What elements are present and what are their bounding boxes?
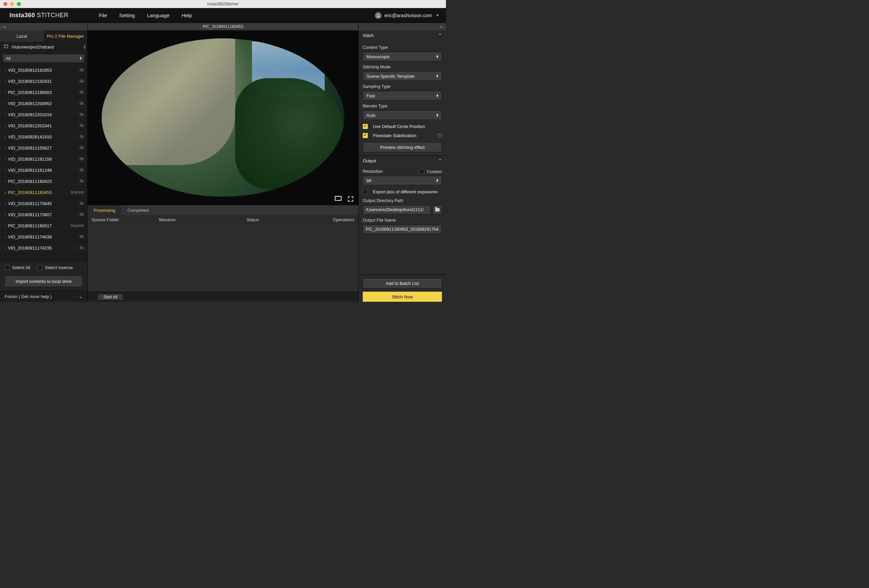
forum-link[interactable]: Forum ( Get more help ) ⌄	[0, 291, 87, 302]
stitch-now-button[interactable]: Stitch Now	[363, 292, 442, 302]
sidebar-collapse-button[interactable]: «	[0, 23, 87, 30]
file-row[interactable]: ›VID_201809111736458k	[0, 198, 87, 209]
file-row[interactable]: ›PIC_201809121958038k	[0, 87, 87, 98]
collapse-right-icon: »	[440, 24, 443, 29]
file-name: VID_20180912192931	[8, 79, 80, 84]
output-file-input[interactable]	[363, 225, 442, 234]
updown-icon: ▲▼	[436, 55, 439, 58]
file-name: VID_20180912201041	[8, 123, 80, 128]
add-to-batch-button[interactable]: Add to Batch List	[363, 278, 442, 288]
col-operations: Operations	[311, 217, 354, 222]
maximize-window-button[interactable]	[17, 2, 21, 6]
center-pane: PIC_20180911160453	[87, 23, 358, 302]
default-circle-checkbox[interactable]	[363, 124, 368, 129]
view-mode-icon[interactable]	[335, 196, 341, 201]
file-row[interactable]: ›VID_201809122010418k	[0, 120, 87, 131]
output-file-label: Output File Name	[363, 218, 442, 223]
file-name: VID_20180912201016	[8, 112, 80, 117]
file-name: VID_20180911161158	[8, 157, 80, 161]
help-icon[interactable]: ?	[437, 133, 442, 138]
content-type-select[interactable]: Monoscopic ▲▼	[363, 52, 442, 61]
content-type-label: Content Type	[363, 45, 442, 50]
file-size: 8k	[80, 101, 84, 106]
file-row[interactable]: ›PIC_20180911160517bracket	[0, 220, 87, 231]
custom-resolution-checkbox[interactable]: Custom	[419, 169, 442, 174]
menubar: Insta360 STITCHER File Setting Language …	[0, 8, 446, 23]
preview-viewport[interactable]	[87, 30, 358, 205]
output-dir-input[interactable]	[363, 205, 430, 215]
file-size: 8k	[80, 112, 84, 117]
file-name: VID_20180911173807	[8, 212, 80, 217]
updown-icon: ▲▼	[436, 94, 439, 97]
tab-local[interactable]: Local	[0, 30, 44, 42]
tab-completed[interactable]: Completed	[121, 205, 154, 215]
start-all-button[interactable]: Start All	[98, 294, 123, 301]
chevron-right-icon: ›	[5, 101, 6, 105]
chevron-down-icon: ⌄	[79, 294, 83, 299]
file-row[interactable]: ›VID_201809111612488k	[0, 165, 87, 176]
file-row[interactable]: ›VID_201809111611588k	[0, 154, 87, 165]
chevron-right-icon: ›	[5, 135, 6, 139]
storage-path-row: /Volumes/pro2/sdcard	[0, 42, 87, 52]
select-inverse-checkbox[interactable]: Select Inverse	[37, 265, 73, 270]
minimize-window-button[interactable]	[10, 2, 14, 6]
titlebar: Insta360Stitcher	[0, 0, 446, 8]
import-button[interactable]: Import contents to local drive	[5, 275, 83, 287]
file-row[interactable]: ›VID_201809122009528k	[0, 98, 87, 109]
stitching-mode-select[interactable]: Scene-Specific Template ▲▼	[363, 71, 442, 81]
section-output-header[interactable]: Output ⌃	[359, 156, 446, 166]
sampling-type-select[interactable]: Fast ▲▼	[363, 91, 442, 100]
chevron-right-icon: ›	[5, 212, 6, 216]
export-exposures-checkbox[interactable]	[363, 189, 368, 194]
file-row[interactable]: ›VID_201809121928538k	[0, 65, 87, 76]
chevron-right-icon: ›	[5, 124, 6, 127]
tab-pro2-file-manager[interactable]: Pro 2 File Manager	[44, 30, 87, 42]
resolution-select[interactable]: 8K ▲▼	[363, 176, 442, 185]
flowstate-checkbox[interactable]	[363, 133, 368, 138]
menu-file[interactable]: File	[99, 12, 107, 18]
file-name: VID_20180912192853	[8, 68, 80, 73]
file-name: VID_20180926141910	[8, 134, 80, 139]
file-row[interactable]: ›VID_201809122010168k	[0, 109, 87, 120]
select-all-checkbox[interactable]: Select All	[5, 265, 30, 270]
file-row[interactable]: ›VID_201809121929318k	[0, 76, 87, 87]
sidebar: « Local Pro 2 File Manager /Volumes/pro2…	[0, 23, 87, 302]
chevron-right-icon: ›	[5, 201, 6, 206]
file-filter-select[interactable]: All ▲▼	[3, 54, 85, 63]
file-row[interactable]: ›VID_201809111738078k	[0, 209, 87, 220]
browse-folder-button[interactable]	[433, 205, 442, 215]
updown-icon: ▲▼	[436, 74, 439, 78]
file-name: PIC_20180912195803	[8, 90, 80, 95]
file-row[interactable]: ›PIC_20180911160453bracket	[0, 187, 87, 198]
storage-path: /Volumes/pro2/sdcard	[12, 44, 81, 49]
file-size: 8k	[80, 123, 84, 128]
blender-type-select[interactable]: Auto ▲▼	[363, 111, 442, 120]
file-row[interactable]: ›PIC_201809111604238k	[0, 176, 87, 187]
section-stitch-header[interactable]: Stitch ⌃	[359, 30, 446, 40]
flowstate-label: Flowstate Stabilization	[373, 133, 416, 138]
sampling-type-label: Sampling Type	[363, 84, 442, 89]
preview-stitching-button[interactable]: Preview stitching effect	[363, 142, 442, 152]
resolution-label: Resolution	[363, 169, 383, 174]
preview-title: PIC_20180911160453	[87, 23, 358, 30]
user-menu[interactable]: eric@arashivision.com ▼	[375, 12, 439, 19]
file-row[interactable]: ›VID_201809261419108k	[0, 131, 87, 142]
file-name: VID_20180911155627	[8, 145, 80, 151]
file-name: PIC_20180911160517	[8, 223, 71, 228]
file-row[interactable]: ›VID_201809111742358k	[0, 243, 87, 253]
stitching-mode-label: Stitching Mode	[363, 65, 442, 70]
file-size: 8k	[80, 157, 84, 161]
settings-collapse-button[interactable]: »	[359, 23, 446, 30]
menu-help[interactable]: Help	[182, 12, 192, 18]
menu-language[interactable]: Language	[147, 12, 169, 18]
chevron-right-icon: ›	[5, 79, 6, 83]
menu-setting[interactable]: Setting	[119, 12, 135, 18]
file-row[interactable]: ›VID_201809111556278k	[0, 142, 87, 154]
fullscreen-icon[interactable]	[348, 196, 353, 201]
file-row[interactable]: ›VID_201809111740398k	[0, 231, 87, 243]
file-size: bracket	[71, 190, 84, 195]
tab-processing[interactable]: Processing	[87, 205, 121, 215]
file-size: 8k	[80, 246, 84, 250]
file-size: 8k	[80, 179, 84, 184]
close-window-button[interactable]	[3, 2, 7, 6]
